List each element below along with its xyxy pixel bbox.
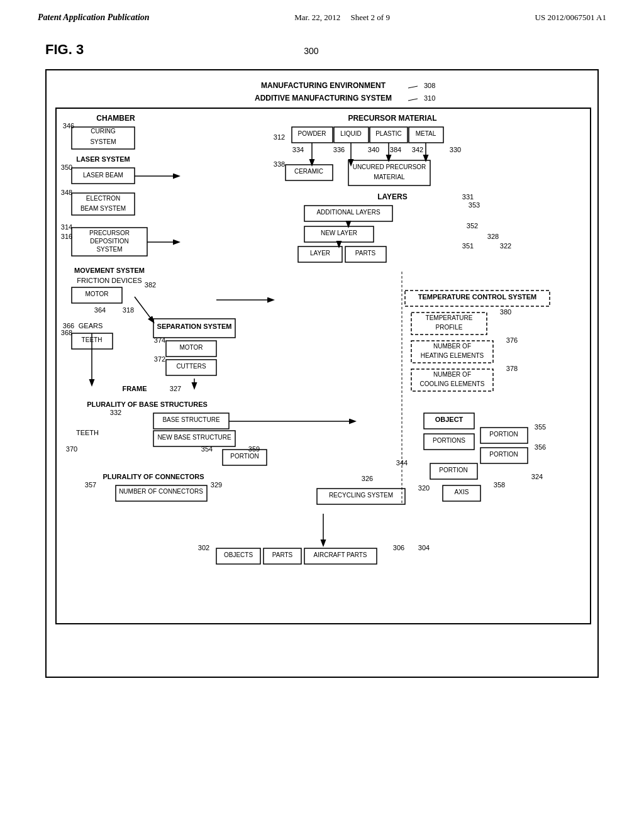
precursor-dep-label3: SYSTEM: [96, 246, 122, 253]
diagram-box: MANUFACTURING ENVIRONMENT 308 ADDITIVE M…: [45, 69, 599, 678]
temp-profile-label: TEMPERATURE: [426, 314, 473, 321]
num-327: 327: [170, 385, 181, 392]
num-connectors-label: NUMBER OF CONNECTORS: [119, 488, 203, 495]
num-322: 322: [500, 242, 511, 250]
num-330: 330: [450, 146, 461, 153]
portion-356-label: PORTION: [489, 451, 518, 458]
portion-355-label: PORTION: [489, 431, 518, 438]
portion-344-label: PORTION: [439, 467, 467, 473]
num-306: 306: [393, 544, 404, 551]
num-318: 318: [123, 306, 134, 314]
num-328: 328: [487, 233, 499, 240]
num-357: 357: [85, 481, 96, 489]
ceramic-label: CERAMIC: [294, 168, 323, 175]
portions-label: PORTIONS: [433, 437, 465, 444]
num-334: 334: [292, 146, 304, 153]
cooling-label2: COOLING ELEMENTS: [420, 380, 485, 387]
num-340: 340: [368, 146, 379, 153]
additive-sys-label: ADDITIVE MANUFACTURING SYSTEM: [255, 94, 392, 102]
num-316: 316: [61, 233, 72, 240]
axis-label: AXIS: [455, 489, 469, 495]
temp-profile-label2: PROFILE: [436, 324, 463, 331]
num-384: 384: [390, 146, 401, 153]
objects-label: OBJECTS: [224, 551, 253, 558]
header-date: Mar. 22, 2012: [294, 13, 340, 22]
heating-label2: HEATING ELEMENTS: [421, 352, 484, 359]
num-382: 382: [145, 281, 156, 289]
liquid-label: LIQUID: [340, 130, 361, 137]
num-359: 359: [248, 445, 260, 453]
num-356: 356: [535, 443, 546, 451]
num-346: 346: [63, 122, 74, 130]
sep-motor-label: MOTOR: [179, 344, 203, 351]
curing-label: CURING: [91, 128, 116, 135]
num-332: 332: [110, 409, 121, 416]
num-351: 351: [462, 242, 474, 250]
manufacturing-env-label: MANUFACTURING ENVIRONMENT: [261, 81, 386, 90]
num-364: 364: [94, 306, 106, 314]
header-right: US 2012/0067501 A1: [535, 13, 606, 23]
num-380: 380: [500, 308, 511, 316]
num-304: 304: [418, 544, 430, 551]
num-368: 368: [61, 329, 72, 336]
frame-label: FRAME: [122, 385, 147, 392]
metal-label: METAL: [416, 130, 436, 137]
num-331: 331: [462, 193, 474, 201]
figure-number: 300: [304, 46, 318, 56]
diagram-container: FIG. 3 300 MANUFACTURING ENVIRONMENT 308…: [45, 42, 599, 678]
num-353: 353: [469, 201, 480, 209]
recycling-label: RECYCLING SYSTEM: [329, 492, 393, 499]
temp-control-label: TEMPERATURE CONTROL SYSTEM: [418, 293, 536, 301]
cooling-label: NUMBER OF: [433, 371, 471, 378]
base-structure-label: BASE STRUCTURE: [162, 416, 219, 423]
teeth2-label: TEETH: [76, 429, 99, 436]
num-338: 338: [274, 160, 285, 168]
powder-label: POWDER: [298, 130, 326, 137]
uncured-label: UNCURED PRECURSOR: [353, 163, 426, 170]
num-314: 314: [61, 223, 72, 231]
plurality-base-label: PLURALITY OF BASE STRUCTURES: [87, 401, 208, 408]
new-layer-label: NEW LAYER: [321, 230, 357, 236]
num-354: 354: [201, 445, 213, 453]
plurality-connectors-label: PLURALITY OF CONNECTORS: [103, 473, 204, 480]
electron-label: ELECTRON: [86, 195, 120, 202]
laser-beam-label: LASER BEAM: [83, 172, 123, 179]
motor-label: MOTOR: [85, 290, 108, 297]
plastic-label: PLASTIC: [375, 130, 402, 137]
parts-label: PARTS: [355, 250, 376, 257]
additional-layers-label: ADDITIONAL LAYERS: [316, 209, 380, 216]
portion-label: PORTION: [230, 453, 258, 460]
num-376: 376: [506, 336, 518, 344]
num-302: 302: [198, 544, 209, 551]
header-left: Patent Application Publication: [38, 13, 150, 23]
header-sheet: Sheet 2 of 9: [350, 13, 389, 22]
num-329: 329: [211, 481, 222, 489]
num-348: 348: [61, 189, 72, 196]
num-324: 324: [531, 473, 543, 480]
svg-line-45: [135, 297, 153, 322]
diagram-svg: MANUFACTURING ENVIRONMENT 308 ADDITIVE M…: [53, 77, 594, 668]
num-352: 352: [467, 222, 478, 230]
layer-label: LAYER: [310, 250, 330, 257]
num-372: 372: [154, 355, 165, 363]
object-label: OBJECT: [435, 416, 464, 423]
cutters-label: CUTTERS: [176, 363, 206, 370]
num-308: 308: [424, 82, 435, 89]
precursor-dep-label2: DEPOSITION: [90, 238, 129, 245]
chamber-label: CHAMBER: [96, 114, 135, 123]
num-310: 310: [424, 94, 435, 102]
num-374: 374: [154, 336, 165, 344]
num-370: 370: [66, 445, 77, 453]
num-320: 320: [418, 484, 430, 492]
new-base-structure-label: NEW BASE STRUCTURE: [157, 434, 231, 441]
laser-sys-label: LASER SYSTEM: [76, 155, 130, 163]
precursor-dep-label: PRECURSOR: [89, 230, 130, 236]
num-350: 350: [61, 163, 72, 171]
separation-sys-label: SEPARATION SYSTEM: [157, 323, 232, 330]
num-358: 358: [494, 481, 505, 489]
num-378: 378: [506, 365, 518, 372]
electron-label2: BEAM SYSTEM: [80, 205, 126, 212]
uncured-label2: MATERIAL: [374, 174, 405, 180]
friction-devices-label: FRICTION DEVICES: [77, 277, 142, 284]
header-center: Mar. 22, 2012 Sheet 2 of 9: [294, 13, 390, 23]
